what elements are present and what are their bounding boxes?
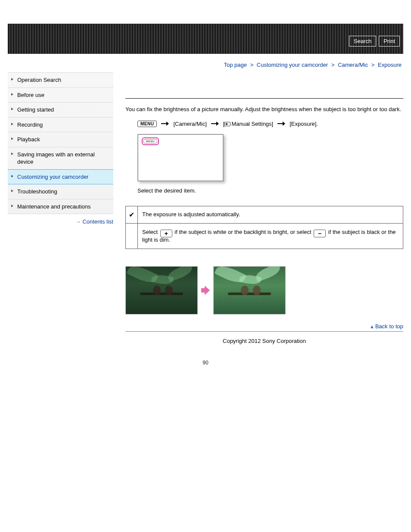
sidebar-item-label: Playback bbox=[17, 136, 40, 143]
copyright-text: Copyright 2012 Sony Corporation bbox=[125, 338, 403, 344]
path-step: [Exposure]. bbox=[290, 121, 318, 127]
breadcrumb-top-page[interactable]: Top page bbox=[224, 62, 247, 68]
page-number: 90 bbox=[0, 360, 411, 366]
arrow-right-icon bbox=[277, 122, 285, 125]
path-step: [Manual Settings] bbox=[223, 121, 273, 127]
search-button[interactable]: Search bbox=[349, 36, 376, 47]
sidebar-item-maintenance[interactable]: Maintenance and precautions bbox=[8, 199, 113, 215]
sidebar-item-customizing[interactable]: Customizing your camcorder bbox=[8, 169, 113, 185]
sidebar-item-label: Getting started bbox=[17, 106, 54, 113]
empty-cell bbox=[126, 223, 138, 249]
menu-chip-icon: MENU bbox=[137, 121, 157, 127]
minus-button-icon: − bbox=[314, 230, 326, 237]
header-banner: Search Print bbox=[8, 24, 403, 54]
breadcrumb-sep: > bbox=[331, 62, 335, 68]
sidebar-item-recording[interactable]: Recording bbox=[8, 118, 113, 133]
arrow-right-icon: → bbox=[75, 218, 81, 225]
plus-button-icon: + bbox=[160, 230, 172, 237]
caption-text: Select the desired item. bbox=[125, 187, 403, 194]
checkmark-icon: ✔ bbox=[126, 206, 138, 223]
table-row: Select + if the subject is white or the … bbox=[126, 223, 403, 249]
main-content: You can fix the brightness of a picture … bbox=[125, 72, 403, 344]
breadcrumb-camera-mic[interactable]: Camera/Mic bbox=[338, 62, 368, 68]
path-step-text: Manual Settings] bbox=[231, 121, 273, 127]
text-fragment: if the subject is white or the backlight… bbox=[173, 229, 313, 235]
triangle-up-icon: ▲ bbox=[370, 324, 374, 329]
breadcrumb-customizing[interactable]: Customizing your camcorder bbox=[257, 62, 328, 68]
sidebar-item-before-use[interactable]: Before use bbox=[8, 88, 113, 103]
sidebar-item-getting-started[interactable]: Getting started bbox=[8, 103, 113, 118]
back-to-top-link[interactable]: ▲Back to top bbox=[370, 323, 403, 330]
arrow-right-icon bbox=[201, 285, 210, 296]
breadcrumb-exposure[interactable]: Exposure bbox=[378, 62, 402, 68]
sidebar-item-saving-images[interactable]: Saving images with an external device bbox=[8, 147, 113, 170]
path-step: [Camera/Mic] bbox=[173, 121, 206, 127]
sidebar-item-label: Saving images with an external device bbox=[17, 151, 95, 165]
lcd-menu-highlight: MENU bbox=[142, 137, 159, 145]
text-fragment: Select bbox=[142, 229, 159, 235]
sidebar-item-label: Troubleshooting bbox=[17, 188, 57, 195]
menu-navigation-path: MENU [Camera/Mic] [Manual Settings] [Exp… bbox=[125, 121, 403, 127]
print-button[interactable]: Print bbox=[379, 36, 400, 47]
sidebar: Operation Search Before use Getting star… bbox=[8, 72, 113, 225]
arrow-right-icon bbox=[161, 122, 169, 125]
contents-list-link[interactable]: →Contents list bbox=[8, 218, 113, 225]
photo-before bbox=[125, 266, 198, 314]
back-to-top-label: Back to top bbox=[375, 323, 403, 330]
option-auto-text: The exposure is adjusted automatically. bbox=[138, 206, 403, 223]
sidebar-item-label: Maintenance and precautions bbox=[17, 203, 91, 210]
manual-settings-icon bbox=[224, 122, 230, 126]
table-row: ✔ The exposure is adjusted automatically… bbox=[126, 206, 403, 223]
breadcrumb: Top page > Customizing your camcorder > … bbox=[8, 54, 403, 72]
options-table: ✔ The exposure is adjusted automatically… bbox=[125, 206, 403, 249]
divider bbox=[125, 98, 403, 99]
comparison-images bbox=[125, 266, 403, 314]
sidebar-item-label: Operation Search bbox=[17, 77, 61, 83]
sidebar-item-label: Before use bbox=[17, 92, 44, 98]
sidebar-item-troubleshooting[interactable]: Troubleshooting bbox=[8, 184, 113, 199]
intro-text: You can fix the brightness of a picture … bbox=[125, 106, 403, 114]
sidebar-item-operation-search[interactable]: Operation Search bbox=[8, 73, 113, 88]
sidebar-item-label: Recording bbox=[17, 121, 43, 128]
breadcrumb-sep: > bbox=[250, 62, 254, 68]
contents-list-label: Contents list bbox=[82, 218, 113, 225]
lcd-screen-illustration: MENU bbox=[137, 134, 224, 181]
breadcrumb-sep: > bbox=[371, 62, 375, 68]
photo-after bbox=[213, 266, 286, 314]
sidebar-item-playback[interactable]: Playback bbox=[8, 132, 113, 147]
option-manual-text: Select + if the subject is white or the … bbox=[138, 223, 403, 249]
sidebar-item-label: Customizing your camcorder bbox=[17, 174, 88, 180]
arrow-right-icon bbox=[211, 122, 219, 125]
lcd-menu-label: MENU bbox=[143, 139, 157, 143]
